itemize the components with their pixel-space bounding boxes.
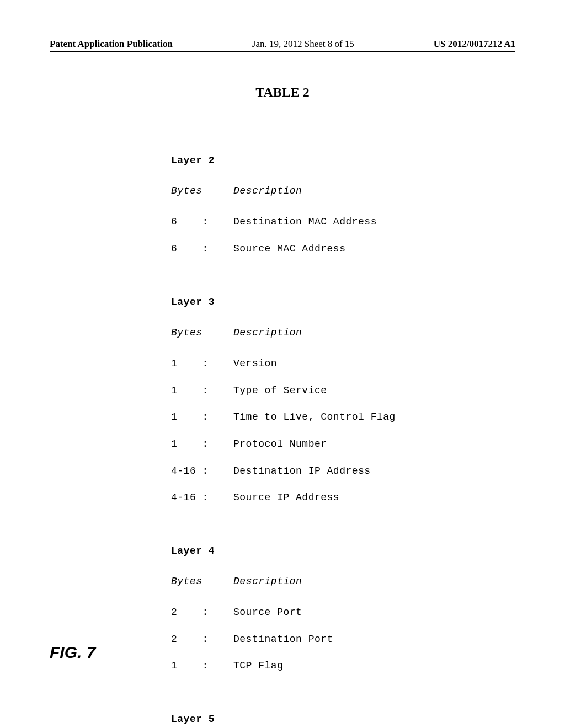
table-row: 1 : Version — [171, 357, 515, 370]
table-row: 1 : Type of Service — [171, 384, 515, 397]
table-row: 6 : Destination MAC Address — [171, 215, 515, 228]
table-row: 1 : Protocol Number — [171, 437, 515, 451]
table-row: 2 : Destination Port — [171, 633, 515, 646]
col-desc: Description — [233, 185, 302, 196]
table-row: 1 : TCP Flag — [171, 659, 515, 672]
col-bytes: Bytes — [171, 576, 202, 587]
table-row: 4-16 : Destination IP Address — [171, 464, 515, 478]
table-content: Layer 2 Bytes Description 6 : Destinatio… — [171, 127, 515, 728]
table-row: 1 : Time to Live, Control Flag — [171, 410, 515, 424]
table-row: 6 : Source MAC Address — [171, 242, 515, 255]
col-bytes: Bytes — [171, 185, 202, 196]
col-bytes: Bytes — [171, 327, 202, 338]
layer2-heading: Layer 2 — [171, 154, 515, 167]
table-title: TABLE 2 — [50, 85, 515, 100]
layer3-columns: Bytes Description — [171, 326, 515, 339]
page-area: Patent Application Publication Jan. 19, … — [0, 0, 565, 728]
figure-label: FIG. 7 — [50, 643, 95, 662]
layer5-heading: Layer 5 — [171, 713, 515, 726]
header-left: Patent Application Publication — [50, 39, 173, 50]
col-desc: Description — [233, 327, 302, 338]
layer4-columns: Bytes Description — [171, 575, 515, 588]
table-row: 2 : Source Port — [171, 606, 515, 619]
header-right: US 2012/0017212 A1 — [434, 39, 515, 50]
layer3-heading: Layer 3 — [171, 296, 515, 309]
header-mid: Jan. 19, 2012 Sheet 8 of 15 — [252, 39, 354, 50]
layer2-columns: Bytes Description — [171, 184, 515, 197]
table-row: 4-16 : Source IP Address — [171, 491, 515, 504]
page-header: Patent Application Publication Jan. 19, … — [50, 39, 515, 52]
col-desc: Description — [233, 576, 302, 587]
layer4-heading: Layer 4 — [171, 544, 515, 558]
